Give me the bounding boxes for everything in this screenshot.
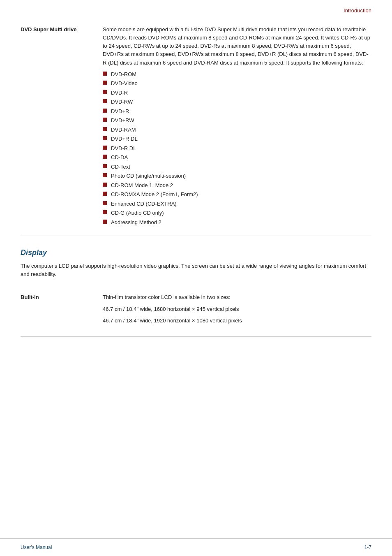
- list-item: DVD-R: [103, 89, 371, 97]
- bullet-icon: [103, 136, 107, 140]
- page-header: Introduction: [0, 0, 392, 17]
- page-footer: User's Manual 1-7: [0, 538, 392, 556]
- list-item-text: Enhanced CD (CD-EXTRA): [111, 200, 177, 208]
- list-item-text: DVD-ROM: [111, 70, 136, 79]
- list-item-text: DVD-RW: [111, 98, 133, 106]
- list-item: DVD-ROM: [103, 70, 371, 79]
- list-item: Enhanced CD (CD-EXTRA): [103, 200, 371, 208]
- display-section: Display The computer's LCD panel support…: [21, 248, 371, 337]
- list-item-text: DVD+R DL: [111, 135, 138, 143]
- dvd-content: Some models are equipped with a full-siz…: [103, 25, 371, 227]
- list-item: DVD+RW: [103, 116, 371, 125]
- builtin-content-2: 46.7 cm / 18.4" wide, 1680 horizontal × …: [103, 305, 371, 313]
- list-item-text: Addressing Method 2: [111, 218, 161, 227]
- list-item-text: CD-DA: [111, 153, 128, 162]
- bullet-icon: [103, 164, 107, 168]
- builtin-label: Built-In: [21, 293, 103, 328]
- builtin-content: Thin-film transistor color LCD is availa…: [103, 293, 371, 328]
- list-item: DVD-RAM: [103, 126, 371, 134]
- bullet-icon: [103, 201, 107, 205]
- display-description: The computer's LCD panel supports high-r…: [21, 262, 371, 278]
- builtin-content-1: Thin-film transistor color LCD is availa…: [103, 293, 371, 301]
- list-item: CD-ROM Mode 1, Mode 2: [103, 181, 371, 190]
- bullet-icon: [103, 210, 107, 214]
- bullet-icon: [103, 90, 107, 94]
- bullet-icon: [103, 155, 107, 159]
- main-content: DVD Super Multi drive Some models are eq…: [0, 17, 392, 337]
- list-item: DVD-Video: [103, 79, 371, 88]
- display-heading: Display: [21, 248, 371, 257]
- bullet-icon: [103, 72, 107, 76]
- list-item: CD-ROMXA Mode 2 (Form1, Form2): [103, 190, 371, 199]
- list-item-text: CD-G (Audio CD only): [111, 209, 164, 217]
- bullet-icon: [103, 220, 107, 224]
- dvd-formats-list: DVD-ROMDVD-VideoDVD-RDVD-RWDVD+RDVD+RWDV…: [103, 70, 371, 227]
- list-item: CD-Text: [103, 163, 371, 171]
- bullet-icon: [103, 146, 107, 150]
- list-item-text: CD-ROM Mode 1, Mode 2: [111, 181, 173, 190]
- list-item-text: DVD+RW: [111, 116, 134, 125]
- bullet-icon: [103, 183, 107, 187]
- list-item-text: CD-Text: [111, 163, 130, 171]
- bullet-icon: [103, 127, 107, 131]
- bullet-icon: [103, 173, 107, 177]
- bullet-icon: [103, 118, 107, 122]
- dvd-section-row: DVD Super Multi drive Some models are eq…: [21, 17, 371, 236]
- bullet-icon: [103, 109, 107, 113]
- list-item-text: CD-ROMXA Mode 2 (Form1, Form2): [111, 190, 198, 199]
- list-item: DVD-R DL: [103, 144, 371, 153]
- list-item-text: DVD-Video: [111, 79, 138, 88]
- list-item-text: DVD-R: [111, 89, 128, 97]
- list-item-text: DVD+R: [111, 107, 129, 116]
- bullet-icon: [103, 192, 107, 196]
- bullet-icon: [103, 81, 107, 85]
- list-item-text: DVD-RAM: [111, 126, 136, 134]
- dvd-description: Some models are equipped with a full-siz…: [103, 25, 371, 67]
- list-item-text: Photo CD (single/multi-session): [111, 172, 186, 180]
- list-item-text: DVD-R DL: [111, 144, 136, 153]
- list-item: DVD+R: [103, 107, 371, 116]
- list-item: CD-G (Audio CD only): [103, 209, 371, 217]
- dvd-label: DVD Super Multi drive: [21, 25, 103, 227]
- list-item: Photo CD (single/multi-session): [103, 172, 371, 180]
- page-container: Introduction DVD Super Multi drive Some …: [0, 0, 392, 556]
- builtin-content-3: 46.7 cm / 18.4" wide, 1920 horizontal × …: [103, 317, 371, 325]
- list-item: Addressing Method 2: [103, 218, 371, 227]
- builtin-row: Built-In Thin-film transistor color LCD …: [21, 285, 371, 336]
- list-item: CD-DA: [103, 153, 371, 162]
- list-item: DVD+R DL: [103, 135, 371, 143]
- bullet-icon: [103, 99, 107, 103]
- list-item: DVD-RW: [103, 98, 371, 106]
- footer-right: 1-7: [364, 544, 371, 550]
- footer-left: User's Manual: [21, 544, 52, 550]
- header-title: Introduction: [344, 7, 371, 14]
